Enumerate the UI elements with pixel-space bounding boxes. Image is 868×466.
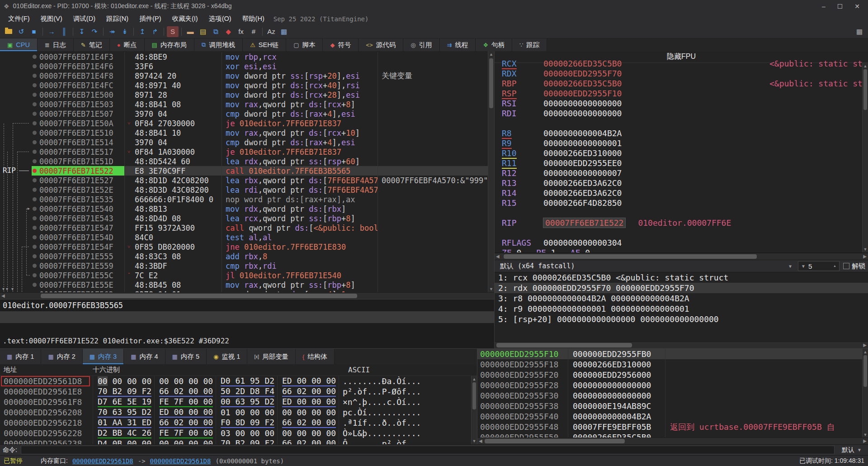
- disasm-address[interactable]: 00007FF6EB71E54F: [32, 242, 124, 252]
- bullet-icon[interactable]: [33, 264, 37, 268]
- menu-item[interactable]: 视图(V): [35, 14, 68, 24]
- register-row[interactable]: RSP000000EDD2955F10: [495, 88, 868, 98]
- disasm-address[interactable]: 00007FF6EB71E522: [32, 166, 124, 176]
- register-row[interactable]: R120000000000000007: [495, 168, 868, 178]
- scroll-down-icon[interactable]: ▼: [488, 287, 494, 291]
- disasm-row[interactable]: 00007FF6EB71E54F˅0F85 DB020000jne 010edi…: [0, 242, 488, 252]
- bullet-icon[interactable]: [33, 112, 37, 116]
- register-row[interactable]: [495, 228, 868, 238]
- stack-row[interactable]: 000000EDD2955F20000000EDD2956000: [477, 370, 868, 380]
- bullet-icon[interactable]: [33, 150, 37, 154]
- breakpoint-dot-icon[interactable]: [33, 169, 37, 173]
- disasm-address[interactable]: 00007FF6EB71E527: [32, 176, 124, 185]
- disasm-address[interactable]: 00007FF6EB71E543: [32, 214, 124, 223]
- disasm-row[interactable]: 00007FF6EB71E5008971 28mov dword ptr ds:…: [0, 90, 488, 100]
- dump-row[interactable]: 000000EDD29561E870 B2 09 F266 02 00 0050…: [0, 386, 477, 397]
- dump-row[interactable]: 000000EDD2956228D2 BB 4C 26FE 7F 00 0003…: [0, 428, 477, 438]
- stop-icon[interactable]: ■: [28, 26, 40, 37]
- command-profile-select[interactable]: 默认 ▼: [838, 446, 865, 454]
- bullet-icon[interactable]: [33, 74, 37, 78]
- disasm-row[interactable]: 00007FF6EB71E535666666:0F1F8400 0nop wor…: [0, 195, 488, 204]
- stack-row[interactable]: 000000EDD2955F1800000266ED310000: [477, 359, 868, 370]
- argument-row[interactable]: 1: rcx 00000266ED35C5B0 <&public: static…: [495, 272, 868, 283]
- scroll-right-icon[interactable]: ▶: [863, 254, 867, 259]
- dump-row[interactable]: 000000EDD295621801 AA 31 ED66 02 00 00F0…: [0, 418, 477, 428]
- registers-vscrollbar[interactable]: ▲ ▼: [862, 63, 868, 252]
- disasm-address[interactable]: 00007FF6EB71E555: [32, 252, 124, 261]
- disasm-address[interactable]: 00007FF6EB71E547: [32, 223, 124, 233]
- bullet-icon[interactable]: [33, 197, 37, 201]
- registers-hscrollbar[interactable]: ◀ ▶: [495, 253, 868, 260]
- checkbox-icon[interactable]: [843, 263, 849, 269]
- register-row[interactable]: RDX000000EDD2955F70: [495, 68, 868, 78]
- disasm-row[interactable]: 00007FF6EB71E4F633F6xor esi,esi: [0, 62, 488, 71]
- open-file-icon[interactable]: [3, 26, 14, 37]
- bullet-icon[interactable]: [33, 121, 37, 125]
- stack-row[interactable]: 000000EDD2955F300000000000000000: [477, 390, 868, 401]
- disasm-address[interactable]: 00007FF6EB71E4F3: [32, 52, 124, 62]
- disasm-row[interactable]: 00007FF6EB71E54348:8D4D 08lea rcx,qword …: [0, 214, 488, 223]
- tab-断点[interactable]: ●断点: [110, 38, 145, 51]
- spin-up-icon[interactable]: ▲: [833, 265, 836, 267]
- run-to-cursor-icon[interactable]: ↱: [149, 26, 161, 37]
- register-row[interactable]: [495, 118, 868, 128]
- disassembly-view[interactable]: 00007FF6EB71E4F348:8BE9mov rbp,rcx00007F…: [0, 51, 494, 292]
- bullet-icon[interactable]: [33, 254, 37, 258]
- disasm-row[interactable]: 00007FF6EB71E522E8 3E70C9FFcall 010edito…: [0, 166, 488, 176]
- bullet-icon[interactable]: [33, 273, 37, 277]
- stack-row[interactable]: 000000EDD2955F400000000000004B2A: [477, 411, 868, 422]
- bullet-icon[interactable]: [33, 216, 37, 220]
- register-row[interactable]: RBP00000266ED35C5B0<&public: static st: [495, 78, 868, 88]
- tab-符号[interactable]: ◆符号: [323, 38, 359, 51]
- grid-icon[interactable]: ▦: [854, 26, 865, 37]
- bullet-icon[interactable]: [33, 283, 37, 287]
- expression-fx-icon[interactable]: fx: [235, 26, 247, 37]
- bullet-icon[interactable]: [33, 93, 37, 97]
- disasm-address[interactable]: 00007FF6EB71E500: [32, 90, 124, 100]
- tab-句柄[interactable]: ❖句柄: [476, 38, 512, 51]
- comment-icon[interactable]: ▤: [197, 26, 209, 37]
- minimize-button[interactable]: –: [822, 3, 826, 10]
- bullet-icon[interactable]: [33, 245, 37, 249]
- disasm-row[interactable]: 00007FF6EB71E51D48:8D5424 60lea rdx,qwor…: [0, 157, 488, 166]
- font-icon[interactable]: Az: [265, 26, 277, 37]
- bullet-icon[interactable]: [33, 235, 37, 239]
- scroll-left-icon[interactable]: ◀: [496, 254, 500, 259]
- close-button[interactable]: ✕: [854, 3, 860, 10]
- stack-row[interactable]: 000000EDD2955F4800007FFE9EBFF05B返回到 ucrt…: [477, 422, 868, 432]
- register-row[interactable]: R1300000266ED3A62C0: [495, 178, 868, 188]
- arguments-list[interactable]: 1: rcx 00000266ED35C5B0 <&public: static…: [495, 272, 868, 342]
- tab-线程[interactable]: ⇉线程: [440, 38, 476, 51]
- tab-日志[interactable]: ≣日志: [38, 38, 74, 51]
- disasm-address[interactable]: 00007FF6EB71E535: [32, 195, 124, 204]
- disasm-row[interactable]: 00007FF6EB71E4F348:8BE9mov rbp,rcx: [0, 52, 488, 62]
- register-row[interactable]: RSI0000000000000000: [495, 98, 868, 108]
- disasm-row[interactable]: 00007FF6EB71E52E48:8D3D 43C08200lea rdi,…: [0, 185, 488, 195]
- memory-map-icon[interactable]: ⧉: [210, 26, 222, 37]
- disasm-row[interactable]: 00007FF6EB71E4F8897424 20mov dword ptr s…: [0, 71, 488, 81]
- disasm-row[interactable]: 00007FF6EB71E52748:8D1D 42C08200lea rbx,…: [0, 176, 488, 185]
- scylla-icon[interactable]: S: [167, 26, 179, 37]
- dump-row[interactable]: 000000EDD2956238D4 0B 00 0000 00 00 0070…: [0, 438, 477, 444]
- bullet-icon[interactable]: [33, 140, 37, 144]
- scroll-down-icon[interactable]: ▼: [863, 247, 868, 252]
- menu-item[interactable]: 插件(P): [134, 14, 166, 24]
- maximize-button[interactable]: ☐: [837, 3, 843, 10]
- register-row[interactable]: RDI0000000000000000: [495, 108, 868, 118]
- memory-dump-table[interactable]: 000000EDD29561D800 00 00 0000 00 00 00D0…: [0, 376, 477, 444]
- memory-window-from-link[interactable]: 000000EDD29561D8: [72, 457, 133, 465]
- registers-view[interactable]: 隐藏FPU RCX00000266ED35C5B0<&public: stati…: [495, 51, 868, 253]
- calculator-icon[interactable]: ▦: [278, 26, 290, 37]
- tab-局部变量[interactable]: [x]局部变量: [247, 349, 296, 364]
- bullet-icon[interactable]: [33, 178, 37, 182]
- disasm-row[interactable]: 00007FF6EB71E55Cˆ7C E2jl 010editor.7FF6E…: [0, 271, 488, 280]
- pause-icon[interactable]: ║: [58, 26, 70, 37]
- bullet-icon[interactable]: [33, 55, 37, 59]
- register-row[interactable]: R80000000000004B2A: [495, 128, 868, 138]
- register-row[interactable]: R1500000266F4D82850: [495, 198, 868, 208]
- disasm-address[interactable]: 00007FF6EB71E540: [32, 204, 124, 214]
- disasm-address[interactable]: 00007FF6EB71E507: [32, 109, 124, 119]
- disasm-address[interactable]: 00007FF6EB71E50A: [32, 119, 124, 128]
- scroll-left-icon[interactable]: ◀: [1, 293, 5, 298]
- disasm-row[interactable]: 00007FF6EB71E55E48:8B45 08mov rax,qword …: [0, 280, 488, 290]
